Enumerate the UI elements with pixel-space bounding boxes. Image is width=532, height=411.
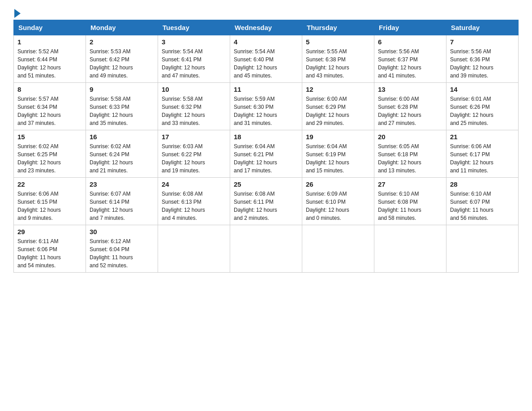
day-number: 5 (306, 38, 370, 46)
weekday-header-monday: Monday (86, 20, 158, 35)
weekday-header-row: SundayMondayTuesdayWednesdayThursdayFrid… (14, 20, 519, 35)
day-info: Sunrise: 5:54 AMSunset: 6:40 PMDaylight:… (234, 47, 298, 80)
calendar-cell: 18Sunrise: 6:04 AMSunset: 6:21 PMDayligh… (230, 130, 302, 178)
day-number: 12 (306, 86, 370, 93)
calendar-cell: 5Sunrise: 5:55 AMSunset: 6:38 PMDaylight… (302, 35, 374, 83)
day-number: 18 (234, 133, 298, 141)
day-info: Sunrise: 6:07 AMSunset: 6:14 PMDaylight:… (90, 190, 154, 222)
calendar-cell: 7Sunrise: 5:56 AMSunset: 6:36 PMDaylight… (446, 35, 519, 83)
day-number: 11 (234, 86, 298, 93)
day-number: 6 (378, 38, 442, 46)
weekday-header-saturday: Saturday (446, 20, 519, 35)
weekday-header-tuesday: Tuesday (158, 20, 230, 35)
day-info: Sunrise: 6:00 AMSunset: 6:28 PMDaylight:… (378, 95, 442, 127)
day-info: Sunrise: 6:04 AMSunset: 6:21 PMDaylight:… (234, 142, 298, 175)
day-number: 27 (378, 180, 442, 188)
weekday-header-friday: Friday (374, 20, 446, 35)
calendar-week-1: 1Sunrise: 5:52 AMSunset: 6:44 PMDaylight… (14, 35, 519, 83)
page-header (13, 9, 519, 15)
day-info: Sunrise: 5:56 AMSunset: 6:36 PMDaylight:… (450, 47, 515, 80)
day-number: 28 (450, 180, 515, 188)
calendar-cell: 6Sunrise: 5:56 AMSunset: 6:37 PMDaylight… (374, 35, 446, 83)
calendar-cell: 29Sunrise: 6:11 AMSunset: 6:06 PMDayligh… (14, 225, 86, 273)
day-info: Sunrise: 6:09 AMSunset: 6:10 PMDaylight:… (306, 190, 370, 222)
calendar-cell: 17Sunrise: 6:03 AMSunset: 6:22 PMDayligh… (158, 130, 230, 178)
calendar-cell (230, 225, 302, 273)
day-number: 20 (378, 133, 442, 141)
day-info: Sunrise: 5:58 AMSunset: 6:32 PMDaylight:… (162, 95, 226, 127)
calendar-cell: 28Sunrise: 6:10 AMSunset: 6:07 PMDayligh… (446, 178, 519, 225)
day-info: Sunrise: 6:10 AMSunset: 6:08 PMDaylight:… (378, 190, 442, 222)
calendar-cell: 19Sunrise: 6:04 AMSunset: 6:19 PMDayligh… (302, 130, 374, 178)
calendar-cell: 3Sunrise: 5:54 AMSunset: 6:41 PMDaylight… (158, 35, 230, 83)
day-number: 17 (162, 133, 226, 141)
day-number: 24 (162, 180, 226, 188)
calendar-cell: 1Sunrise: 5:52 AMSunset: 6:44 PMDaylight… (14, 35, 86, 83)
day-number: 1 (17, 38, 82, 46)
day-info: Sunrise: 5:59 AMSunset: 6:30 PMDaylight:… (234, 95, 298, 127)
day-number: 10 (162, 86, 226, 93)
day-number: 9 (90, 86, 154, 93)
day-info: Sunrise: 5:57 AMSunset: 6:34 PMDaylight:… (17, 95, 82, 127)
calendar-cell: 27Sunrise: 6:10 AMSunset: 6:08 PMDayligh… (374, 178, 446, 225)
calendar-week-3: 15Sunrise: 6:02 AMSunset: 6:25 PMDayligh… (14, 130, 519, 178)
weekday-header-thursday: Thursday (302, 20, 374, 35)
day-number: 4 (234, 38, 298, 46)
weekday-header-sunday: Sunday (14, 20, 86, 35)
day-number: 22 (17, 180, 82, 188)
day-number: 7 (450, 38, 515, 46)
day-number: 23 (90, 180, 154, 188)
day-info: Sunrise: 5:52 AMSunset: 6:44 PMDaylight:… (17, 47, 82, 80)
calendar-cell: 15Sunrise: 6:02 AMSunset: 6:25 PMDayligh… (14, 130, 86, 178)
day-info: Sunrise: 6:11 AMSunset: 6:06 PMDaylight:… (17, 237, 82, 270)
day-info: Sunrise: 5:53 AMSunset: 6:42 PMDaylight:… (90, 47, 154, 80)
calendar-week-2: 8Sunrise: 5:57 AMSunset: 6:34 PMDaylight… (14, 83, 519, 130)
calendar-cell: 8Sunrise: 5:57 AMSunset: 6:34 PMDaylight… (14, 83, 86, 130)
day-number: 19 (306, 133, 370, 141)
calendar-cell: 20Sunrise: 6:05 AMSunset: 6:18 PMDayligh… (374, 130, 446, 178)
day-info: Sunrise: 5:58 AMSunset: 6:33 PMDaylight:… (90, 95, 154, 127)
day-info: Sunrise: 6:00 AMSunset: 6:29 PMDaylight:… (306, 95, 370, 127)
calendar-cell: 12Sunrise: 6:00 AMSunset: 6:29 PMDayligh… (302, 83, 374, 130)
calendar-cell (374, 225, 446, 273)
day-number: 16 (90, 133, 154, 141)
day-info: Sunrise: 6:06 AMSunset: 6:17 PMDaylight:… (450, 142, 515, 175)
day-info: Sunrise: 6:08 AMSunset: 6:13 PMDaylight:… (162, 190, 226, 222)
day-number: 25 (234, 180, 298, 188)
calendar-cell (302, 225, 374, 273)
day-number: 21 (450, 133, 515, 141)
day-info: Sunrise: 6:01 AMSunset: 6:26 PMDaylight:… (450, 95, 515, 127)
calendar-cell: 22Sunrise: 6:06 AMSunset: 6:15 PMDayligh… (14, 178, 86, 225)
calendar-week-5: 29Sunrise: 6:11 AMSunset: 6:06 PMDayligh… (14, 225, 519, 273)
weekday-header-wednesday: Wednesday (230, 20, 302, 35)
day-number: 13 (378, 86, 442, 93)
calendar-week-4: 22Sunrise: 6:06 AMSunset: 6:15 PMDayligh… (14, 178, 519, 225)
day-info: Sunrise: 6:06 AMSunset: 6:15 PMDaylight:… (17, 190, 82, 222)
calendar-cell: 2Sunrise: 5:53 AMSunset: 6:42 PMDaylight… (86, 35, 158, 83)
calendar-cell: 10Sunrise: 5:58 AMSunset: 6:32 PMDayligh… (158, 83, 230, 130)
calendar-cell: 24Sunrise: 6:08 AMSunset: 6:13 PMDayligh… (158, 178, 230, 225)
day-info: Sunrise: 6:03 AMSunset: 6:22 PMDaylight:… (162, 142, 226, 175)
day-number: 3 (162, 38, 226, 46)
day-number: 29 (17, 228, 82, 235)
logo-arrow-icon (14, 9, 21, 18)
day-info: Sunrise: 5:54 AMSunset: 6:41 PMDaylight:… (162, 47, 226, 80)
calendar-cell: 21Sunrise: 6:06 AMSunset: 6:17 PMDayligh… (446, 130, 519, 178)
calendar-cell: 23Sunrise: 6:07 AMSunset: 6:14 PMDayligh… (86, 178, 158, 225)
day-number: 14 (450, 86, 515, 93)
day-info: Sunrise: 6:04 AMSunset: 6:19 PMDaylight:… (306, 142, 370, 175)
day-info: Sunrise: 5:55 AMSunset: 6:38 PMDaylight:… (306, 47, 370, 80)
day-info: Sunrise: 6:12 AMSunset: 6:04 PMDaylight:… (90, 237, 154, 270)
day-info: Sunrise: 6:02 AMSunset: 6:25 PMDaylight:… (17, 142, 82, 175)
day-info: Sunrise: 5:56 AMSunset: 6:37 PMDaylight:… (378, 47, 442, 80)
calendar-cell: 30Sunrise: 6:12 AMSunset: 6:04 PMDayligh… (86, 225, 158, 273)
day-info: Sunrise: 6:02 AMSunset: 6:24 PMDaylight:… (90, 142, 154, 175)
calendar-cell (446, 225, 519, 273)
day-info: Sunrise: 6:05 AMSunset: 6:18 PMDaylight:… (378, 142, 442, 175)
calendar-cell: 16Sunrise: 6:02 AMSunset: 6:24 PMDayligh… (86, 130, 158, 178)
logo (13, 9, 21, 15)
calendar-cell: 14Sunrise: 6:01 AMSunset: 6:26 PMDayligh… (446, 83, 519, 130)
day-number: 30 (90, 228, 154, 235)
calendar-cell: 25Sunrise: 6:08 AMSunset: 6:11 PMDayligh… (230, 178, 302, 225)
day-number: 15 (17, 133, 82, 141)
